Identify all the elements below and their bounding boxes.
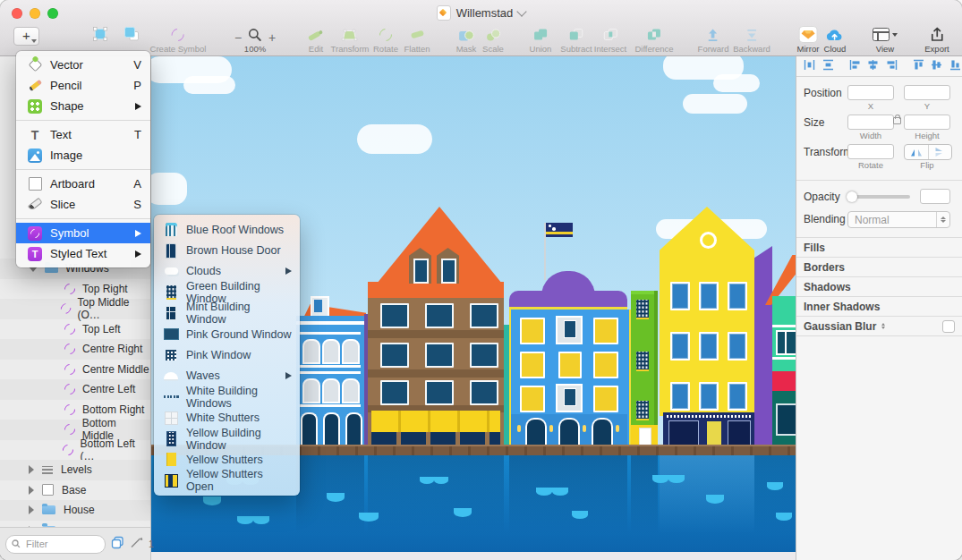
toolbar-cloud-button[interactable]: Cloud — [824, 26, 847, 54]
pages-icon[interactable] — [111, 536, 124, 553]
submenu-item-yellow-shutters[interactable]: Yellow Shutters — [154, 449, 300, 470]
width-field[interactable] — [847, 115, 894, 130]
flip-horizontal-button[interactable] — [905, 145, 928, 159]
align-top-icon[interactable] — [912, 58, 925, 74]
submenu-item-white-building-windows[interactable]: White Building Windows — [154, 386, 300, 407]
layer-row-symbol[interactable]: Centre Left — [0, 379, 150, 400]
submenu-item-mint-building-window[interactable]: Mint Building Window — [154, 303, 300, 324]
waves-thumb — [163, 369, 179, 384]
submenu-item-white-shutters[interactable]: White Shutters — [154, 408, 300, 428]
submenu-item-green-building-window[interactable]: Green Building Window — [154, 282, 300, 302]
section-gaussian-blur[interactable]: Gaussian Blur — [796, 316, 962, 336]
toolbar-mirror-button[interactable]: Mirror — [797, 26, 820, 54]
menu-item-pencil[interactable]: PencilP — [16, 75, 150, 96]
symbol-instance-icon — [64, 384, 75, 395]
section-fills[interactable]: Fills — [796, 238, 962, 257]
menu-item-shape[interactable]: Shape — [16, 96, 150, 116]
distribute-horizontally-icon[interactable] — [803, 58, 816, 74]
menu-item-image[interactable]: Image — [16, 145, 150, 165]
draw-pencil-icon[interactable] — [130, 536, 143, 552]
menu-item-vector[interactable]: VectorV — [16, 55, 150, 75]
section-inner-shadows[interactable]: Inner Shadows — [796, 296, 962, 316]
menu-item-text[interactable]: TTextT — [16, 124, 150, 145]
toolbar-view-button[interactable]: View — [873, 26, 898, 54]
select-stepper-icon — [936, 212, 949, 227]
image-icon — [27, 148, 43, 163]
menu-item-artboard[interactable]: ArtboardA — [16, 174, 150, 194]
brown-house-door-thumb — [163, 243, 179, 259]
toolbar-scale-button[interactable]: Scale — [482, 26, 504, 54]
toolbar-forward-button[interactable]: Forward — [698, 26, 729, 54]
toolbar-transform-button[interactable]: Transform — [331, 26, 370, 54]
filter-search-field[interactable] — [5, 535, 106, 554]
gaussian-blur-checkbox[interactable] — [942, 320, 955, 333]
opacity-slider-knob[interactable] — [847, 191, 857, 202]
layer-row-levels[interactable]: Levels — [0, 460, 150, 480]
menu-item-symbol[interactable]: Symbol — [16, 223, 150, 243]
submenu-arrow-icon — [135, 230, 141, 237]
section-borders[interactable]: Borders — [796, 257, 962, 276]
filter-input[interactable] — [24, 538, 99, 550]
submenu-item-waves[interactable]: Waves — [154, 366, 300, 386]
group-button[interactable] — [91, 26, 109, 43]
toolbar-union-button[interactable]: Union — [530, 26, 552, 54]
toolbar-subtract-button[interactable]: Subtract — [560, 26, 592, 54]
submenu-arrow-icon — [285, 372, 292, 379]
ungroup-button[interactable] — [123, 26, 140, 43]
view-panels-icon — [873, 26, 898, 43]
zoom-out-button[interactable]: − — [234, 30, 242, 46]
layer-row-symbol[interactable]: Centre Middle — [0, 360, 150, 380]
layer-row-symbol[interactable]: Centre Right — [0, 339, 150, 360]
position-y-field[interactable] — [904, 85, 950, 100]
align-bottom-icon[interactable] — [949, 58, 962, 74]
align-middle-vertical-icon[interactable] — [930, 58, 943, 74]
rotate-field[interactable] — [847, 144, 894, 159]
position-x-field[interactable] — [847, 85, 894, 100]
submenu-item-pink-ground-window[interactable]: Pink Ground Window — [154, 324, 300, 344]
section-shadows[interactable]: Shadows — [796, 276, 962, 296]
layer-row-symbol[interactable]: Top Middle (O… — [0, 299, 150, 319]
blur-type-stepper-icon[interactable] — [881, 323, 885, 330]
submenu-item-blue-roof-windows[interactable]: Blue Roof Windows — [154, 219, 300, 240]
layer-row-symbol[interactable]: Bottom Left (… — [0, 440, 150, 461]
menu-item-slice[interactable]: SliceS — [16, 194, 150, 215]
toolbar-edit-button[interactable]: Edit — [307, 26, 325, 54]
submenu-item-brown-house-door[interactable]: Brown House Door — [154, 240, 300, 260]
blending-select[interactable]: Normal — [847, 211, 950, 228]
symbol-instance-icon — [64, 404, 75, 415]
layer-row-base[interactable]: Base — [0, 480, 150, 501]
toolbar-mask-button[interactable]: Mask — [456, 26, 477, 54]
flip-vertical-button[interactable] — [928, 145, 952, 159]
submenu-item-yellow-shutters-open[interactable]: Yellow Shutters Open — [154, 471, 300, 491]
disclosure-closed-icon[interactable] — [29, 505, 34, 514]
menu-item-styled-text[interactable]: TStyled Text — [16, 243, 150, 264]
distribute-vertically-icon[interactable] — [822, 58, 835, 74]
lock-icon[interactable] — [893, 117, 901, 124]
zoom-control[interactable]: 100% — [244, 26, 266, 54]
disclosure-closed-icon[interactable] — [29, 486, 34, 495]
create-symbol-button[interactable]: Create Symbol — [150, 26, 207, 54]
submenu-item-clouds[interactable]: Clouds — [154, 261, 300, 282]
disclosure-closed-icon[interactable] — [29, 465, 34, 474]
layer-row-symbol[interactable]: Top Left — [0, 319, 150, 340]
toolbar-rotate-button[interactable]: Rotate — [373, 26, 398, 54]
insert-button[interactable]: + — [13, 27, 39, 46]
align-left-icon[interactable] — [848, 58, 862, 74]
toolbar-intersect-button[interactable]: Intersect — [594, 26, 626, 54]
toolbar-export-button[interactable]: Export — [924, 26, 949, 54]
title-chevron-icon[interactable] — [517, 6, 527, 16]
submenu-item-pink-window[interactable]: Pink Window — [154, 344, 300, 365]
height-field[interactable] — [904, 115, 950, 130]
toolbar-flatten-button[interactable]: Flatten — [404, 26, 430, 54]
toolbar-difference-button[interactable]: Difference — [634, 26, 673, 54]
align-center-horizontal-icon[interactable] — [866, 58, 880, 74]
opacity-slider[interactable] — [847, 195, 910, 199]
layer-row-house[interactable]: House — [0, 500, 150, 521]
submenu-item-yellow-building-window[interactable]: Yellow Building Window — [154, 428, 300, 449]
zoom-in-button[interactable]: + — [268, 30, 276, 46]
opacity-value-field[interactable] — [920, 189, 950, 204]
toolbar-backward-button[interactable]: Backward — [733, 26, 770, 54]
submenu-arrow-icon — [285, 267, 292, 275]
wave-shape — [434, 477, 448, 484]
align-right-icon[interactable] — [885, 58, 898, 74]
